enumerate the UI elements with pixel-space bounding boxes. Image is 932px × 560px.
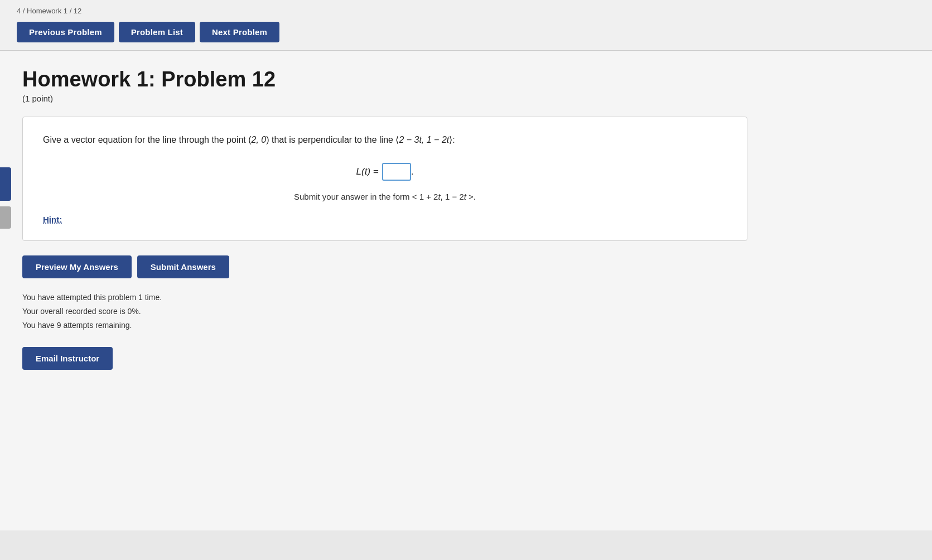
top-bar: 4 / Homework 1 / 12 Previous Problem Pro… (0, 0, 932, 51)
breadcrumb: 4 / Homework 1 / 12 (0, 4, 932, 15)
breadcrumb-text: 4 / Homework 1 / 12 (17, 7, 81, 15)
period: . (411, 166, 414, 177)
left-tab-blue (0, 167, 11, 201)
answer-input[interactable] (382, 163, 411, 181)
problem-box: Give a vector equation for the line thro… (22, 117, 747, 241)
problem-title: Homework 1: Problem 12 (22, 67, 910, 91)
nav-buttons-row: Previous Problem Problem List Next Probl… (0, 15, 932, 50)
next-problem-button[interactable]: Next Problem (200, 22, 279, 42)
form-hint-row: Submit your answer in the form < 1 + 2t,… (43, 192, 727, 201)
action-buttons-row: Preview My Answers Submit Answers (22, 255, 910, 278)
preview-answers-button[interactable]: Preview My Answers (22, 255, 132, 278)
equation-label: L(t) = (356, 166, 379, 177)
problem-points: (1 point) (22, 94, 910, 103)
problem-statement: Give a vector equation for the line thro… (43, 133, 727, 147)
equation-row: L(t) = . (43, 163, 727, 181)
attempt-info: You have attempted this problem 1 time. … (22, 291, 910, 333)
attempt-line1: You have attempted this problem 1 time. (22, 291, 910, 305)
submit-answers-button[interactable]: Submit Answers (137, 255, 229, 278)
email-instructor-button[interactable]: Email Instructor (22, 347, 113, 370)
previous-problem-button[interactable]: Previous Problem (17, 22, 114, 42)
hint-section: Hint: (43, 215, 727, 225)
attempt-line2: Your overall recorded score is 0%. (22, 305, 910, 318)
form-hint-text: Submit your answer in the form < 1 + 2t,… (294, 192, 476, 201)
hint-link[interactable]: Hint: (43, 215, 62, 224)
main-content: Homework 1: Problem 12 (1 point) Give a … (0, 51, 932, 530)
left-tab-gray (0, 206, 11, 229)
attempt-line3: You have 9 attempts remaining. (22, 318, 910, 332)
problem-list-button[interactable]: Problem List (119, 22, 195, 42)
